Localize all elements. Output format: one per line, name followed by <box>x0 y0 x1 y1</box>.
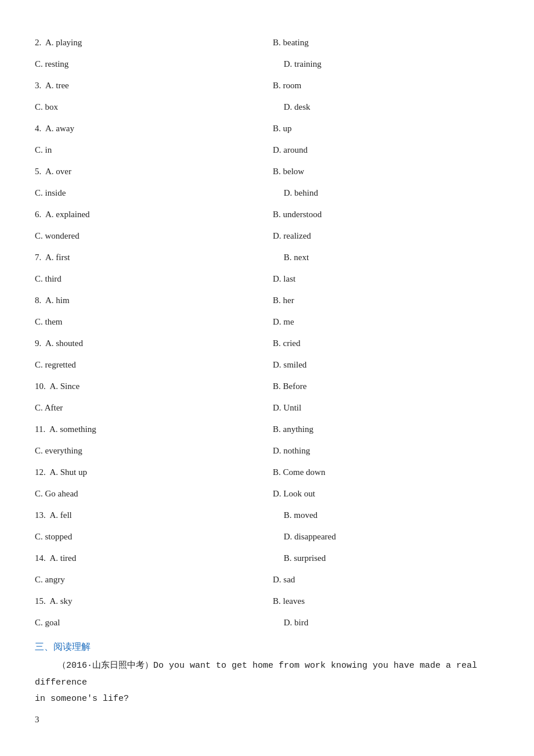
q4-left: 4. A. away <box>35 121 267 136</box>
q6-right: B. understood <box>267 207 499 222</box>
question-9-cd-row: C. regretted D. smiled <box>35 357 499 373</box>
q3-left: 3. A. tree <box>35 78 267 93</box>
question-8-cd-row: C. them D. me <box>35 314 499 330</box>
q2-option-b: B. beating <box>273 38 309 47</box>
question-7-ab-row: 7. A. first B. next <box>35 250 499 265</box>
question-6-ab-row: 6. A. explained B. understood <box>35 207 499 222</box>
q11-label: 11 <box>35 424 43 434</box>
q10-option-a: A. Since <box>49 381 80 391</box>
q11-option-d: D. nothing <box>273 446 310 455</box>
q10-left-c: C. After <box>35 400 267 416</box>
q8-left: 8. A. him <box>35 293 267 308</box>
q8-right: B. her <box>267 293 499 308</box>
q13-label: 13 <box>35 510 44 520</box>
q15-right: B. leaves <box>267 593 499 609</box>
q7-option-a: A. first <box>45 253 70 262</box>
q12-option-a: A. Shut up <box>49 467 87 477</box>
question-4-ab-row: 4. A. away B. up <box>35 121 499 136</box>
q6-left: 6. A. explained <box>35 207 267 222</box>
q9-option-d: D. smiled <box>273 360 306 369</box>
q4-label: 4 <box>35 124 39 133</box>
q3-option-b: B. room <box>273 81 301 90</box>
q7-option-b: B. next <box>284 253 309 262</box>
question-11-ab-row: 11. A. something B. anything <box>35 422 499 437</box>
question-12-ab-row: 12. A. Shut up B. Come down <box>35 465 499 480</box>
question-10-cd-row: C. After D. Until <box>35 400 499 416</box>
q11-right-d: D. nothing <box>267 443 499 459</box>
q6-left-c: C. wondered <box>35 228 267 244</box>
q4-left-c: C. in <box>35 142 267 158</box>
q13-option-c: C. stopped <box>35 532 72 541</box>
q15-label: 15 <box>35 596 44 606</box>
q15-option-c: C. goal <box>35 618 60 627</box>
q11-left: 11. A. something <box>35 422 267 437</box>
q14-right-d: D. sad <box>267 572 499 588</box>
question-2-cd-row: C. resting D. training <box>35 56 499 72</box>
q5-right: B. below <box>267 164 499 179</box>
q10-option-c: C. After <box>35 403 63 412</box>
q14-option-d: D. sad <box>273 575 295 584</box>
q5-label: 5 <box>35 167 39 176</box>
q10-label: 10 <box>35 381 44 391</box>
question-6-cd-row: C. wondered D. realized <box>35 228 499 244</box>
q15-left-c: C. goal <box>35 615 267 631</box>
q14-option-b: B. surprised <box>284 553 326 563</box>
q12-left-c: C. Go ahead <box>35 486 267 502</box>
q13-option-d: D. disappeared <box>284 532 336 541</box>
q15-option-a: A. sky <box>49 596 72 606</box>
q9-right: B. cried <box>267 336 499 351</box>
reading-intro: （2016·山东日照中考）Do you want to get home fro… <box>35 661 477 687</box>
q3-left-c: C. box <box>35 99 267 115</box>
q5-option-d: D. behind <box>284 188 318 197</box>
q2-option-a: A. playing <box>45 38 82 47</box>
q8-option-d: D. me <box>273 317 294 326</box>
q11-left-c: C. everything <box>35 443 267 459</box>
question-13-cd-row: C. stopped D. disappeared <box>35 529 499 545</box>
question-5-cd-row: C. inside D. behind <box>35 185 499 201</box>
q12-right-d: D. Look out <box>267 486 499 502</box>
q8-option-c: C. them <box>35 317 63 326</box>
question-13-ab-row: 13. A. fell B. moved <box>35 507 499 523</box>
q13-option-b: B. moved <box>284 510 317 520</box>
q8-label: 8 <box>35 296 39 305</box>
q5-option-a: A. over <box>45 167 71 176</box>
q12-option-c: C. Go ahead <box>35 489 78 498</box>
q10-option-d: D. Until <box>273 403 301 412</box>
question-5-ab-row: 5. A. over B. below <box>35 164 499 179</box>
question-14-ab-row: 14. A. tired B. surprised <box>35 550 499 566</box>
q11-right: B. anything <box>267 422 499 437</box>
q3-right: B. room <box>267 78 499 93</box>
q7-left-c: C. third <box>35 271 267 287</box>
q4-right: B. up <box>267 121 499 136</box>
q2-left: 2. A. playing <box>35 35 267 51</box>
page-number: 3 <box>35 715 499 725</box>
q9-option-a: A. shouted <box>45 339 83 348</box>
q9-right-d: D. smiled <box>267 357 499 373</box>
q9-label: 9 <box>35 339 39 348</box>
q14-option-c: C. angry <box>35 575 65 584</box>
q11-option-b: B. anything <box>273 424 313 434</box>
q8-option-a: A. him <box>45 296 70 305</box>
question-15-ab-row: 15. A. sky B. leaves <box>35 593 499 609</box>
q4-option-c: C. in <box>35 145 52 154</box>
q13-left-c: C. stopped <box>35 529 267 545</box>
q5-option-b: B. below <box>273 167 304 176</box>
q14-left-c: C. angry <box>35 572 267 588</box>
q12-right: B. Come down <box>267 465 499 480</box>
q10-option-b: B. Before <box>273 381 306 391</box>
q14-option-a: A. tired <box>49 553 76 563</box>
q3-option-a: A. tree <box>45 81 69 90</box>
q14-label: 14 <box>35 553 44 563</box>
q7-option-d: D. last <box>273 274 295 283</box>
q12-option-d: D. Look out <box>273 489 315 498</box>
q8-option-b: B. her <box>273 296 294 305</box>
q6-option-d: D. realized <box>273 231 311 240</box>
q7-option-c: C. third <box>35 274 62 283</box>
q14-right: B. surprised <box>267 550 499 566</box>
question-14-cd-row: C. angry D. sad <box>35 572 499 588</box>
q10-right: B. Before <box>267 379 499 394</box>
q5-left-c: C. inside <box>35 185 267 201</box>
question-7-cd-row: C. third D. last <box>35 271 499 287</box>
q6-option-a: A. explained <box>45 210 90 219</box>
question-2-row: 2. A. playing B. beating <box>35 35 499 51</box>
